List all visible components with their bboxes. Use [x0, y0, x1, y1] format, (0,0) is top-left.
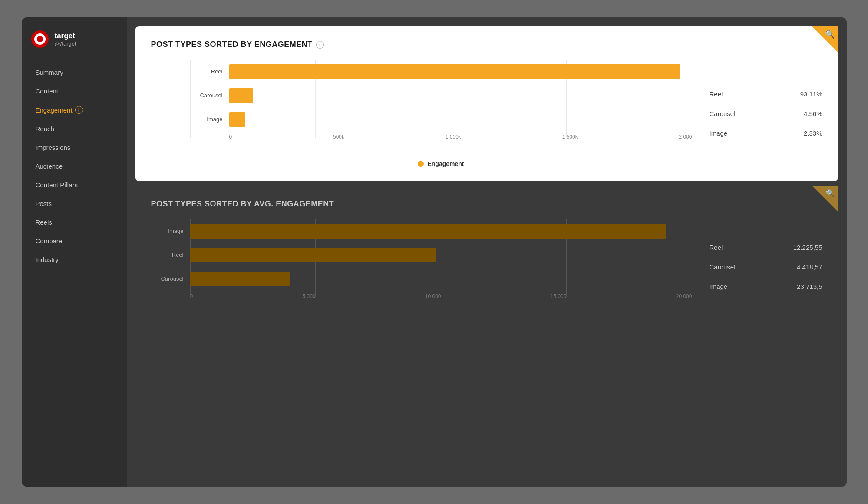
main-content: 🔍 POST TYPES SORTED BY ENGAGEMENT i: [127, 17, 847, 487]
legend-label-1: Engagement: [427, 160, 464, 167]
brand-name: target: [55, 32, 76, 40]
chart-panel-avg-engagement: 🔍 POST TYPES SORTED BY AVG. ENGAGEMENT: [135, 186, 838, 328]
sidebar-item-compare[interactable]: Compare: [25, 232, 123, 250]
bar-row-reel: Reel: [190, 60, 692, 83]
stat2-value-reel: 12.225,55: [793, 244, 822, 251]
sidebar-item-summary[interactable]: Summary: [25, 63, 123, 81]
svg-point-2: [37, 36, 43, 42]
stat-row-image: Image 2.33%: [710, 128, 822, 139]
x-label-2-10k: 10 000: [425, 293, 441, 299]
chart2-title: POST TYPES SORTED BY AVG. ENGAGEMENT: [151, 199, 822, 209]
stat-row-reel-2: Reel 12.225,55: [710, 242, 822, 253]
sidebar-item-industry[interactable]: Industry: [25, 251, 123, 269]
chart2-bars: Image Reel Carousel 0: [151, 219, 692, 315]
bar-fill-carousel-2: [190, 272, 290, 286]
chart1-area: Reel Carousel Image 0: [151, 60, 822, 167]
stat-value-image: 2.33%: [804, 129, 822, 137]
x-label-500k: 500k: [333, 134, 344, 140]
stat2-value-carousel: 4.418,57: [797, 263, 822, 271]
stat2-value-image: 23.713,5: [797, 283, 822, 290]
stat-value-carousel: 4.56%: [804, 110, 822, 117]
x-label-2000: 2 000: [679, 134, 692, 140]
sidebar-nav: Summary Content Engagement i Reach Impre…: [22, 59, 127, 273]
bar-chart-1: Reel Carousel Image 0: [151, 60, 692, 155]
bar-fill-image: [229, 112, 245, 127]
sidebar: target @/target Summary Content Engageme…: [22, 17, 127, 487]
chart1-stats: Reel 93.11% Carousel 4.56% Image 2.33%: [710, 60, 822, 167]
brand-text: target @/target: [55, 32, 76, 47]
search-icon: 🔍: [825, 30, 835, 39]
x-label-2-5k: 5 000: [302, 293, 315, 299]
x-label-1500k: 1 500k: [562, 134, 578, 140]
chart2-stats: Reel 12.225,55 Carousel 4.418,57 Image 2…: [710, 219, 822, 315]
stat-name-image: Image: [710, 129, 728, 137]
bar-fill-carousel: [229, 88, 254, 103]
chart2-area: Image Reel Carousel 0: [151, 219, 822, 315]
stat2-name-carousel: Carousel: [710, 263, 736, 271]
stat-value-reel: 93.11%: [800, 90, 822, 98]
bar-label-reel: Reel: [190, 68, 227, 75]
stat-row-carousel: Carousel 4.56%: [710, 108, 822, 119]
sidebar-item-content-pillars[interactable]: Content Pillars: [25, 176, 123, 194]
x-label-2-20k: 20 000: [676, 293, 692, 299]
stat-name-reel: Reel: [710, 90, 723, 98]
bar-label-carousel-2: Carousel: [151, 275, 188, 282]
sidebar-item-posts[interactable]: Posts: [25, 195, 123, 212]
brand-handle: @/target: [55, 40, 76, 47]
chart-panel-engagement: 🔍 POST TYPES SORTED BY ENGAGEMENT i: [135, 26, 838, 181]
x-label-0: 0: [229, 134, 232, 140]
info-icon-1[interactable]: i: [316, 41, 324, 49]
bar-label-image: Image: [190, 116, 227, 123]
bar-chart-2: Image Reel Carousel 0: [151, 219, 692, 315]
bar-row-image: Image: [190, 107, 692, 131]
bar-fill-reel: [229, 64, 680, 79]
stat-row-reel: Reel 93.11%: [710, 89, 822, 99]
chart1-legend: Engagement: [190, 160, 692, 167]
bar-label-reel-2: Reel: [151, 252, 188, 258]
app-container: target @/target Summary Content Engageme…: [22, 17, 847, 487]
sidebar-item-reach[interactable]: Reach: [25, 120, 123, 138]
sidebar-item-reels[interactable]: Reels: [25, 213, 123, 231]
bar-row-carousel-2: Carousel: [151, 267, 692, 291]
bar-row-carousel: Carousel: [190, 83, 692, 107]
bar-label-image-2: Image: [151, 228, 188, 234]
stat2-name-reel: Reel: [710, 244, 723, 251]
legend-dot-1: [418, 161, 424, 167]
bar-row-reel-2: Reel: [151, 243, 692, 267]
stat-row-image-2: Image 23.713,5: [710, 281, 822, 292]
sidebar-item-engagement[interactable]: Engagement i: [25, 101, 123, 119]
bar-row-image-2: Image: [151, 219, 692, 243]
bar-fill-reel-2: [190, 248, 436, 262]
chart1-title: POST TYPES SORTED BY ENGAGEMENT i: [151, 40, 822, 49]
bar-fill-image-2: [190, 224, 666, 239]
sidebar-header: target @/target: [22, 17, 127, 59]
sidebar-item-audience[interactable]: Audience: [25, 157, 123, 175]
chart1-bars: Reel Carousel Image 0: [151, 60, 692, 167]
sidebar-item-content[interactable]: Content: [25, 82, 123, 100]
stat-row-carousel-2: Carousel 4.418,57: [710, 262, 822, 272]
brand-icon: [30, 30, 50, 49]
search-icon-dark: 🔍: [826, 189, 835, 197]
sidebar-item-impressions[interactable]: Impressions: [25, 139, 123, 156]
stat2-name-image: Image: [710, 283, 728, 290]
chart2-x-axis: 0 5 000 10 000 15 000 20 000: [190, 293, 692, 299]
x-label-1000k: 1 000k: [446, 134, 461, 140]
x-label-2-15k: 15 000: [551, 293, 567, 299]
stat-name-carousel: Carousel: [710, 110, 736, 117]
bar-label-carousel: Carousel: [190, 92, 227, 99]
engagement-badge: i: [75, 106, 83, 114]
x-label-2-0: 0: [190, 293, 193, 299]
chart1-x-axis: 0 500k 1 000k 1 500k 2 000: [229, 134, 692, 140]
